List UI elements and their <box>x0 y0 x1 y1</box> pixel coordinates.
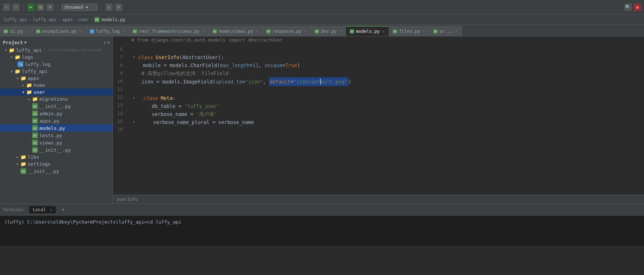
sidebar-tests-file[interactable]: py tests.py <box>0 132 113 139</box>
sidebar-user-init-file[interactable]: py __init__.py <box>0 146 113 154</box>
sidebar-project-header[interactable]: Project ▼ ⚙ ≡ <box>0 38 113 47</box>
line-num-13: 13 <box>113 101 126 109</box>
tab-close-luffylog[interactable]: × <box>121 29 125 34</box>
tab-luffylog[interactable]: lg luffy.log × <box>86 26 129 36</box>
breadcrumb-luffy-api[interactable]: luffy_api <box>33 17 57 22</box>
tab-devpy[interactable]: py dev.py × <box>311 26 346 36</box>
sidebar-user-folder[interactable]: ▼ 📁 user <box>0 89 113 96</box>
migrations-folder-icon: 📁 <box>32 96 38 102</box>
toolbar-icon-back[interactable]: ← <box>3 4 10 11</box>
libs-expand-arrow: ▶ <box>15 155 20 159</box>
sidebar-collapse-icon[interactable]: ≡ <box>107 40 110 45</box>
toolbar-icon-vcs[interactable]: ↻ <box>105 4 113 11</box>
luffyapi-expand-arrow: ▼ <box>9 70 15 73</box>
fold-icon-7[interactable]: ▼ <box>131 53 136 61</box>
run-config-label: Unnamed <box>65 5 83 10</box>
appsfile-icon: py <box>32 118 38 124</box>
toolbar-icon-settings[interactable]: ⚙ <box>115 4 122 11</box>
tab-s1py[interactable]: py s1.py × <box>0 26 32 36</box>
tab-close-response[interactable]: × <box>303 29 307 34</box>
apps-folder-label: apps <box>28 75 39 81</box>
main-area: Project ▼ ⚙ ≡ ▼ 📁 luffy_api C:\Users\old… <box>0 36 644 204</box>
code-line-13: db_table = 'luffy_user' <box>131 102 644 110</box>
sidebar-migrations-folder[interactable]: ▶ 📁 migrations <box>0 96 113 102</box>
tab-close-restviews[interactable]: × <box>201 29 205 34</box>
migrations-folder-label: migrations <box>39 96 68 102</box>
tab-close-s1py[interactable]: × <box>25 29 28 34</box>
code-line-6 <box>131 45 644 53</box>
sidebar-apps-file[interactable]: py apps.py <box>0 117 113 124</box>
sidebar-models-file[interactable]: py models.py <box>0 124 113 132</box>
sidebar-settings-init[interactable]: py __init__.py <box>0 167 113 175</box>
toolbar-icon-build[interactable]: ⚙ <box>46 4 54 11</box>
terminal-content: (luffy) C:\Users\oldboy\PycharmProjects\… <box>0 216 644 246</box>
tab-modelspy[interactable]: py models.py × <box>346 26 389 36</box>
tab-responsepy[interactable]: py response.py × <box>263 26 311 36</box>
fold-icon-12[interactable]: ▼ <box>131 94 136 102</box>
toolbar-icon-close[interactable]: ■ <box>634 4 641 11</box>
editor-footer: UserInfo <box>113 195 644 204</box>
terminal-tab-local[interactable]: Local × <box>29 206 56 213</box>
sidebar-project-label: Project <box>3 40 23 45</box>
tab-icon-urls: py <box>433 29 438 34</box>
breadcrumb-sep-4: › <box>90 17 93 22</box>
terminal-label: Terminal <box>3 207 24 212</box>
line-num-10: 10 <box>113 77 126 85</box>
code-content[interactable]: 6 7 8 9 10 11 12 13 14 15 16 ▼ class Use… <box>113 43 644 195</box>
sidebar-admin-file[interactable]: py admin.py <box>0 110 113 117</box>
luffyapi-folder-icon: 📁 <box>15 69 20 74</box>
tab-close-homeviews[interactable]: × <box>255 29 259 34</box>
sidebar-init-file[interactable]: py __init__.py <box>0 102 113 110</box>
code-line-11 <box>131 86 644 94</box>
tab-icon-restviews: py <box>133 29 137 34</box>
settings-init-label: __init__.py <box>28 169 59 174</box>
user-init-file-icon: py <box>32 147 38 153</box>
sidebar-libs-folder[interactable]: ▶ 📁 libs <box>0 154 113 160</box>
tab-close-models[interactable]: × <box>381 29 385 34</box>
tab-label-dev: dev.py <box>321 29 337 34</box>
breadcrumb-root[interactable]: luffy_api <box>4 17 27 22</box>
logs-folder-label: logs <box>22 54 33 60</box>
tab-close-dev[interactable]: × <box>338 29 342 34</box>
sidebar-config-icon[interactable]: ⚙ <box>104 40 106 45</box>
tab-close-files[interactable]: × <box>422 29 426 34</box>
tab-exceptionspy[interactable]: py exceptions.py × <box>32 26 86 36</box>
breadcrumb-user[interactable]: user <box>78 17 89 22</box>
run-config-dropdown[interactable]: Unnamed ▼ <box>61 4 98 11</box>
tab-close-urls[interactable]: × <box>454 29 458 34</box>
tab-close-exceptions[interactable]: × <box>78 29 82 34</box>
line-num-12: 12 <box>113 93 126 101</box>
home-expand-arrow: ▶ <box>20 84 26 87</box>
code-line-8: mobile = models.CharField(max_length=11,… <box>131 61 644 69</box>
sidebar-home-folder[interactable]: ▶ 📁 home <box>0 82 113 89</box>
luffylog-file-icon: lg <box>18 61 23 67</box>
sidebar-apps-folder[interactable]: ▼ 📁 apps <box>0 75 113 82</box>
code-lines[interactable]: ▼ class UserInfo(AbstractUser): mobile =… <box>129 45 644 195</box>
sidebar-luffylog-file[interactable]: lg luffy.log <box>0 61 113 68</box>
settings-folder-label: settings <box>28 161 51 167</box>
sidebar: Project ▼ ⚙ ≡ ▼ 📁 luffy_api C:\Users\old… <box>0 36 113 204</box>
terminal-add-tab[interactable]: + <box>58 206 68 213</box>
libs-folder-icon: 📁 <box>20 154 26 160</box>
toolbar-icon-search[interactable]: 🔍 <box>624 4 632 11</box>
admin-file-icon: py <box>32 111 38 116</box>
code-line-14: verbose_name = '用户表' <box>131 110 644 118</box>
toolbar-icon-forward[interactable]: → <box>12 4 20 11</box>
sidebar-settings-folder[interactable]: ▼ 📁 settings <box>0 160 113 167</box>
toolbar-icon-debug[interactable]: ⬤ <box>37 4 44 11</box>
tab-homeviews[interactable]: py home\views.py × <box>209 26 263 36</box>
tab-restviews[interactable]: py rest_framework\views.py × <box>129 26 209 36</box>
sidebar-logs-folder[interactable]: ▼ 📁 logs <box>0 54 113 61</box>
breadcrumb-file[interactable]: models.py <box>102 17 125 22</box>
tab-filespy[interactable]: py files.py × <box>389 26 430 36</box>
tab-urls[interactable]: py ur... × <box>430 26 462 36</box>
sidebar-root-folder[interactable]: ▼ 📁 luffy_api C:\Users\oldboy\PycharmP..… <box>0 47 113 54</box>
code-line-10: icon = models.ImageField(upload_to='icon… <box>131 77 644 86</box>
sidebar-views-file[interactable]: py views.py <box>0 139 113 146</box>
terminal-close-icon[interactable]: × <box>50 208 52 212</box>
toolbar-icon-run[interactable]: ▶ <box>27 4 35 11</box>
fold-icon-15[interactable]: ▼ <box>131 118 136 126</box>
sidebar-luffyapi-folder[interactable]: ▼ 📁 luffy_api <box>0 68 113 75</box>
breadcrumb-apps[interactable]: apps <box>62 17 73 22</box>
logs-folder-icon: 📁 <box>15 54 20 60</box>
